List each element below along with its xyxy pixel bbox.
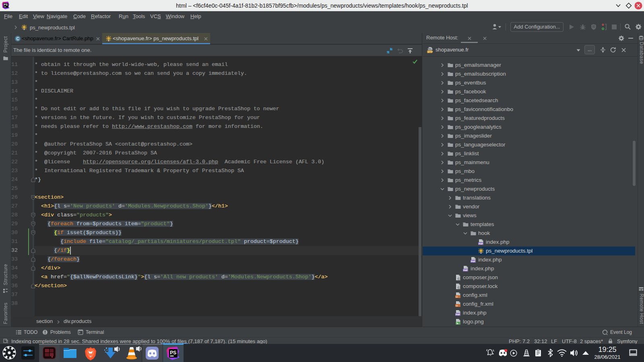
svg-text:C: C <box>16 37 19 41</box>
svg-text:PHP: PHP <box>471 260 475 263</box>
svg-text:PHP: PHP <box>463 269 468 272</box>
svg-text:PS: PS <box>170 350 176 356</box>
svg-text:<>: <> <box>456 304 458 307</box>
svg-text:<>: <> <box>456 296 458 298</box>
svg-text:PHP: PHP <box>456 313 460 316</box>
svg-text:SFTP: SFTP <box>427 51 433 53</box>
svg-text:@: @ <box>458 286 460 289</box>
svg-text:@: @ <box>458 278 460 280</box>
svg-text:PHP: PHP <box>479 243 483 245</box>
